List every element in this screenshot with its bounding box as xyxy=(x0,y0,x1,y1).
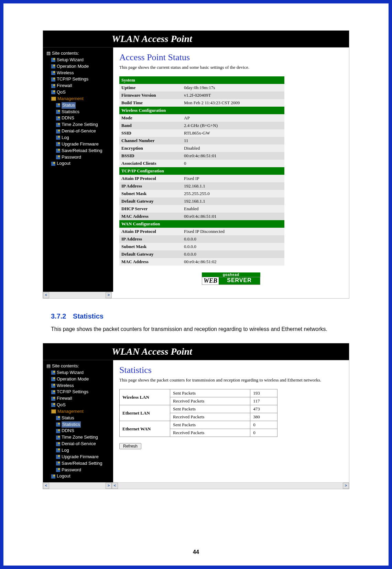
file-icon xyxy=(51,377,55,381)
sidebar-item-wireless[interactable]: Wireless xyxy=(44,383,113,389)
sidebar-item-operation-mode[interactable]: Operation Mode xyxy=(44,63,113,70)
section-wireless: Wireless Configuration xyxy=(119,107,284,114)
sidebar-root-label: Site contents: xyxy=(52,363,79,369)
cell: 117 xyxy=(250,397,277,405)
refresh-button[interactable]: Refresh xyxy=(119,443,141,449)
cell: IP Address xyxy=(119,182,182,190)
cell: 0day:0h:19m:17s xyxy=(182,84,284,92)
cell: 0 xyxy=(182,160,284,167)
sidebar-item-savereload[interactable]: Save/Reload Setting xyxy=(44,460,113,467)
sidebar-label: Statistics xyxy=(62,109,79,115)
scroll-right-icon[interactable]: > xyxy=(343,483,349,489)
sidebar-item-upgrade[interactable]: Upgrade Firmware xyxy=(44,454,113,460)
file-icon xyxy=(56,123,60,127)
cell: 0.0.0.0 xyxy=(182,235,284,243)
content-stats: Statistics This page shows the packet co… xyxy=(113,360,349,482)
cell: Sent Packets xyxy=(170,405,250,413)
scroll-right-icon[interactable]: > xyxy=(106,483,112,489)
sidebar-root[interactable]: ▤ Site contents: xyxy=(44,50,113,57)
sidebar-item-firewall[interactable]: Firewall xyxy=(44,83,113,89)
cell: Received Packets xyxy=(170,397,250,405)
cell: Disabled xyxy=(182,144,284,152)
cell: 193 xyxy=(250,389,277,397)
cell: Received Packets xyxy=(170,413,250,421)
scrollbar-sidebar[interactable]: < > xyxy=(43,292,112,298)
cell: Fixed IP xyxy=(182,175,284,182)
sidebar-item-management[interactable]: Management xyxy=(44,408,113,415)
sidebar-item-log[interactable]: Log xyxy=(44,447,113,454)
sidebar-item-savereload[interactable]: Save/Reload Setting xyxy=(44,148,113,154)
page-desc: This page shows the packet counters for … xyxy=(119,377,343,383)
cell: AP xyxy=(182,114,284,122)
sidebar-item-password[interactable]: Password xyxy=(44,154,113,161)
sidebar-item-password[interactable]: Password xyxy=(44,467,113,473)
sidebar-item-upgrade[interactable]: Upgrade Firmware xyxy=(44,141,113,148)
file-icon xyxy=(56,129,60,133)
file-icon xyxy=(56,110,60,114)
sidebar-item-operation-mode[interactable]: Operation Mode xyxy=(44,376,113,383)
sidebar-item-dos[interactable]: Denial-of-Service xyxy=(44,441,113,447)
sidebar-label: Operation Mode xyxy=(57,63,89,70)
cell: Mon Feb 2 11:43:23 CST 2009 xyxy=(182,99,284,107)
sidebar-item-tcpip[interactable]: TCP/IP Settings xyxy=(44,389,113,395)
screenshot-statistics: WLAN Access Point ▤ Site contents: Setup… xyxy=(43,343,349,489)
file-icon xyxy=(51,474,55,479)
scroll-right-icon[interactable]: > xyxy=(106,292,112,298)
cell: BSSID xyxy=(119,152,182,160)
page-number: 44 xyxy=(3,549,389,555)
sidebar-item-statistics[interactable]: Statistics xyxy=(44,109,113,115)
cell: Sent Packets xyxy=(170,421,250,429)
sidebar-item-qos[interactable]: QoS xyxy=(44,402,113,408)
section-tcpip: TCP/IP Configuration xyxy=(119,167,284,175)
scroll-left-icon[interactable]: < xyxy=(43,292,49,298)
sidebar-item-log[interactable]: Log xyxy=(44,135,113,141)
sidebar-item-logout[interactable]: Logout xyxy=(44,473,113,480)
cell: 473 xyxy=(250,405,277,413)
sidebar-item-management[interactable]: Management xyxy=(44,96,113,102)
section-heading: 3.7.2 Statistics xyxy=(51,312,375,320)
scroll-track[interactable] xyxy=(49,483,106,489)
scroll-left-icon[interactable]: < xyxy=(43,483,49,489)
sidebar-item-tcpip[interactable]: TCP/IP Settings xyxy=(44,76,113,83)
cell: Received Packets xyxy=(170,429,250,437)
sidebar-item-ddns[interactable]: DDNS xyxy=(44,115,113,121)
sidebar-item-dos[interactable]: Denial-of-Service xyxy=(44,128,113,135)
sidebar-item-status[interactable]: Status xyxy=(44,415,113,421)
cell: Band xyxy=(119,122,182,129)
sidebar-root[interactable]: ▤ Site contents: xyxy=(44,363,113,369)
sidebar-label-management: Management xyxy=(57,96,84,102)
sidebar-item-setup-wizard[interactable]: Setup Wizard xyxy=(44,57,113,63)
sidebar-item-statistics[interactable]: Statistics xyxy=(44,421,113,428)
sidebar-item-firewall[interactable]: Firewall xyxy=(44,395,113,402)
sidebar-label: Denial-of-Service xyxy=(62,441,96,447)
sidebar-label: Setup Wizard xyxy=(57,57,84,63)
sidebar-item-logout[interactable]: Logout xyxy=(44,160,113,167)
sidebar-item-timezone[interactable]: Time Zone Setting xyxy=(44,434,113,441)
sidebar-label: Password xyxy=(62,154,81,161)
cell: 0 xyxy=(250,429,277,437)
sidebar-item-status[interactable]: Status xyxy=(44,102,113,109)
content-status: Access Point Status This page shows the … xyxy=(113,47,349,292)
sidebar-label: TCP/IP Settings xyxy=(57,389,88,395)
stats-table: Wireless LAN Sent Packets 193 Received P… xyxy=(119,389,277,437)
cell: 00:e0:4c:86:51:02 xyxy=(182,258,284,266)
sidebar-item-timezone[interactable]: Time Zone Setting xyxy=(44,121,113,128)
cell: MAC Address xyxy=(119,213,182,220)
sidebar-item-wireless[interactable]: Wireless xyxy=(44,70,113,76)
cell: Enabled xyxy=(182,205,284,213)
sidebar-label: Upgrade Firmware xyxy=(62,141,99,148)
sidebar-label: Logout xyxy=(57,160,70,167)
sidebar-label: Statistics xyxy=(62,421,81,428)
cell: Encryption xyxy=(119,144,182,152)
scroll-track[interactable] xyxy=(118,483,343,489)
scroll-left-icon[interactable]: < xyxy=(112,483,118,489)
stats-group: Wireless LAN xyxy=(120,389,170,405)
sidebar-item-setup-wizard[interactable]: Setup Wizard xyxy=(44,369,113,376)
sidebar-item-ddns[interactable]: DDNS xyxy=(44,428,113,434)
cell: 255.255.255.0 xyxy=(182,190,284,197)
cell: DHCP Server xyxy=(119,205,182,213)
cell: 0.0.0.0 xyxy=(182,250,284,258)
sidebar-label: Log xyxy=(62,135,69,141)
sidebar-item-qos[interactable]: QoS xyxy=(44,89,113,96)
file-icon xyxy=(51,64,55,68)
